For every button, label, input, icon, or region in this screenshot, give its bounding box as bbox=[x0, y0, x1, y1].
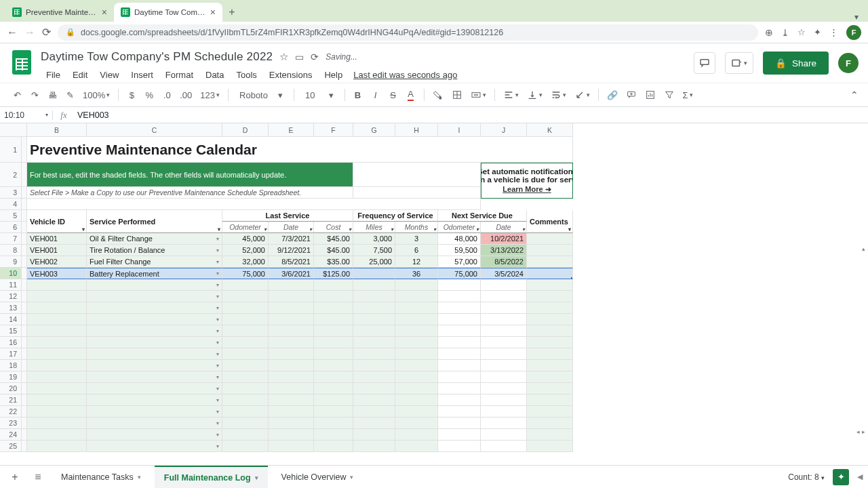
number-format-button[interactable]: 123▾ bbox=[197, 87, 222, 103]
name-box[interactable]: 10:10▾ bbox=[0, 110, 53, 120]
last-edit-link[interactable]: Last edit was seconds ago bbox=[353, 70, 457, 80]
strikethrough-button[interactable]: S bbox=[386, 87, 401, 103]
merge-button[interactable]: ▾ bbox=[468, 87, 489, 103]
filter-button[interactable] bbox=[661, 87, 677, 103]
promo-box[interactable]: Get automatic notificationswhen a vehicl… bbox=[481, 163, 573, 199]
reload-button[interactable]: ⟳ bbox=[42, 26, 51, 39]
vscroll-arrows[interactable]: ▴▾ bbox=[862, 245, 865, 462]
subheader-odometer[interactable]: Odometer bbox=[222, 222, 269, 233]
url-field[interactable]: 🔒 docs.google.com/spreadsheets/d/1fVyIIb… bbox=[58, 24, 758, 41]
dropdown-icon[interactable]: ▾ bbox=[216, 351, 219, 357]
menu-file[interactable]: File bbox=[41, 68, 66, 81]
dropdown-icon[interactable]: ▾ bbox=[216, 409, 219, 415]
profile-avatar[interactable]: F bbox=[846, 25, 861, 40]
fill-color-button[interactable] bbox=[430, 87, 446, 103]
extensions-icon[interactable]: ✦ bbox=[814, 27, 821, 37]
subheader-date[interactable]: Date bbox=[269, 222, 314, 233]
percent-button[interactable]: % bbox=[142, 87, 157, 103]
browser-tab-active[interactable]: Daytime Tow Company's PM S × bbox=[114, 3, 222, 22]
menu-extensions[interactable]: Extensions bbox=[264, 68, 318, 81]
subheader-months[interactable]: Months bbox=[395, 222, 438, 233]
menu-format[interactable]: Format bbox=[160, 68, 199, 81]
dropdown-icon[interactable]: ▾ bbox=[216, 420, 219, 426]
dropdown-icon[interactable]: ▾ bbox=[216, 293, 219, 300]
move-icon[interactable]: ▭ bbox=[295, 52, 304, 62]
browser-tab[interactable]: Preventive Maintenance Sche × bbox=[5, 3, 114, 22]
zoom-icon[interactable]: ⊕ bbox=[765, 27, 773, 38]
header-vehicle-id[interactable]: Vehicle ID bbox=[27, 210, 87, 233]
dropdown-icon[interactable]: ▾ bbox=[216, 340, 219, 346]
back-button[interactable]: ← bbox=[7, 26, 18, 39]
spreadsheet-grid[interactable]: BCDEFGHIJK1Preventive Maintenance Calend… bbox=[0, 123, 868, 462]
currency-button[interactable]: $ bbox=[124, 87, 139, 103]
borders-button[interactable] bbox=[449, 87, 465, 103]
dropdown-icon[interactable]: ▾ bbox=[216, 397, 219, 403]
tab-title: Daytime Tow Company's PM S bbox=[134, 8, 206, 16]
dropdown-icon[interactable]: ▾ bbox=[216, 374, 219, 380]
insert-comment-button[interactable] bbox=[623, 87, 639, 103]
font-size-selector[interactable]: 10▾ bbox=[300, 90, 338, 100]
zoom-selector[interactable]: 100%▾ bbox=[80, 87, 113, 103]
menu-tools[interactable]: Tools bbox=[231, 68, 262, 81]
version-history-button[interactable]: ▾ bbox=[725, 52, 753, 74]
menu-view[interactable]: View bbox=[94, 68, 124, 81]
install-icon[interactable]: ⤓ bbox=[781, 27, 789, 38]
cloud-sync-icon[interactable]: ⟳ bbox=[311, 52, 319, 62]
subheader-odometer2[interactable]: Odometer bbox=[438, 222, 481, 233]
dropdown-icon[interactable]: ▾ bbox=[216, 282, 219, 288]
new-tab-button[interactable]: + bbox=[222, 3, 241, 22]
formula-input[interactable]: VEH003 bbox=[75, 110, 868, 120]
account-avatar[interactable]: F bbox=[838, 53, 859, 73]
doc-title[interactable]: Daytime Tow Company's PM Schedule 2022 bbox=[41, 50, 273, 64]
increase-decimal-button[interactable]: .00 bbox=[177, 87, 195, 103]
dropdown-icon[interactable]: ▾ bbox=[216, 386, 219, 392]
star-icon[interactable]: ☆ bbox=[279, 51, 288, 63]
menu-help[interactable]: Help bbox=[319, 68, 348, 81]
collapse-toolbar-button[interactable]: ⌃ bbox=[850, 89, 859, 100]
header-service-performed[interactable]: Service Performed bbox=[87, 210, 222, 233]
menu-data[interactable]: Data bbox=[200, 68, 229, 81]
dropdown-icon[interactable]: ▾ bbox=[216, 270, 219, 277]
valign-button[interactable]: ▾ bbox=[524, 87, 545, 103]
insert-link-button[interactable]: 🔗 bbox=[604, 87, 620, 103]
bookmark-icon[interactable]: ☆ bbox=[797, 27, 806, 37]
menu-insert[interactable]: Insert bbox=[125, 68, 159, 81]
dropdown-icon[interactable]: ▾ bbox=[216, 259, 219, 265]
functions-button[interactable]: Σ▾ bbox=[680, 87, 696, 103]
decrease-decimal-button[interactable]: .0 bbox=[159, 87, 174, 103]
dropdown-icon[interactable]: ▾ bbox=[216, 317, 219, 323]
subheader-date2[interactable]: Date bbox=[481, 222, 527, 233]
header-comments[interactable]: Comments bbox=[527, 210, 573, 233]
print-button[interactable]: 🖶 bbox=[45, 87, 60, 103]
dropdown-icon[interactable]: ▾ bbox=[216, 432, 219, 438]
dropdown-icon[interactable]: ▾ bbox=[216, 305, 219, 311]
bold-button[interactable]: B bbox=[351, 87, 366, 103]
text-color-button[interactable]: A bbox=[403, 86, 418, 104]
font-selector[interactable]: Roboto▾ bbox=[234, 90, 288, 100]
undo-button[interactable]: ↶ bbox=[9, 87, 24, 103]
sheets-logo-icon[interactable] bbox=[9, 50, 34, 75]
dropdown-icon[interactable]: ▾ bbox=[216, 247, 219, 253]
close-icon[interactable]: × bbox=[210, 7, 216, 18]
chevron-down-icon[interactable]: ▾ bbox=[854, 12, 859, 22]
saving-status: Saving... bbox=[326, 52, 357, 62]
close-icon[interactable]: × bbox=[102, 7, 107, 18]
menu-icon[interactable]: ⋮ bbox=[829, 27, 838, 37]
menu-edit[interactable]: Edit bbox=[67, 68, 93, 81]
share-button[interactable]: 🔒 Share bbox=[763, 52, 829, 75]
subheader-miles[interactable]: Miles bbox=[353, 222, 395, 233]
separator bbox=[598, 89, 599, 101]
halign-button[interactable]: ▾ bbox=[500, 87, 521, 103]
insert-chart-button[interactable] bbox=[642, 87, 658, 103]
wrap-button[interactable]: ▾ bbox=[548, 87, 569, 103]
dropdown-icon[interactable]: ▾ bbox=[216, 363, 219, 369]
dropdown-icon[interactable]: ▾ bbox=[216, 328, 219, 334]
redo-button[interactable]: ↷ bbox=[27, 87, 42, 103]
comments-button[interactable] bbox=[694, 52, 715, 74]
dropdown-icon[interactable]: ▾ bbox=[216, 443, 219, 449]
italic-button[interactable]: I bbox=[368, 87, 383, 103]
paint-format-button[interactable]: ✎ bbox=[62, 87, 77, 103]
rotate-button[interactable]: ▾ bbox=[572, 87, 593, 103]
dropdown-icon[interactable]: ▾ bbox=[216, 236, 219, 242]
subheader-cost[interactable]: Cost bbox=[314, 222, 353, 233]
